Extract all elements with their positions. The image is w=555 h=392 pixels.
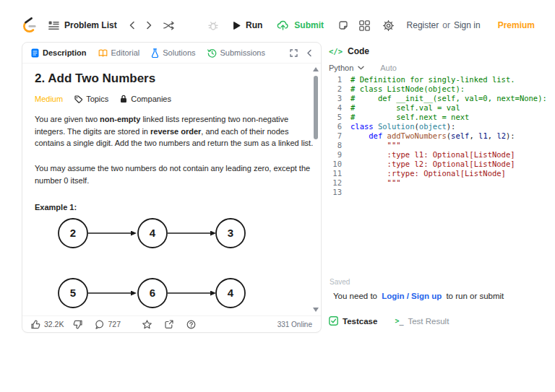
code-panel-header: </> Code: [329, 46, 369, 56]
cloud-upload-icon: [277, 20, 289, 30]
tag-row: Medium Topics Companies: [35, 95, 171, 103]
code-line[interactable]: 6class Solution(object):: [329, 122, 551, 131]
expand-icon[interactable]: [290, 49, 298, 57]
or-label: or: [442, 20, 450, 30]
tag-icon: [74, 95, 82, 103]
list1-node-value: 3: [228, 227, 233, 239]
problem-list-icon: [48, 20, 59, 30]
problem-content: 2. Add Two Numbers Medium Topics: [22, 63, 321, 316]
nav-left: Problem List: [22, 17, 185, 34]
login-prompt: You need to Login / Sign up to run or su…: [333, 292, 504, 300]
code-line[interactable]: 1# Definition for singly-linked list.: [329, 75, 551, 84]
debug-icon[interactable]: [208, 20, 218, 30]
favorite-star-button[interactable]: [142, 320, 152, 329]
scroll-down-arrow[interactable]: [313, 308, 319, 312]
register-link[interactable]: Register: [407, 20, 439, 30]
tab-description[interactable]: Description: [31, 48, 87, 58]
code-line[interactable]: 7 def addTwoNumbers(self, l1, l2):: [329, 131, 551, 141]
submit-button[interactable]: Submit: [277, 20, 324, 30]
login-signup-link[interactable]: Login / Sign up: [382, 292, 442, 300]
problem-footer: 32.2K 727: [22, 315, 321, 332]
code-line[interactable]: 2# class ListNode(object):: [329, 84, 551, 94]
saved-status: Saved: [330, 278, 350, 286]
history-icon: [207, 48, 217, 58]
run-button[interactable]: Run: [233, 20, 262, 30]
play-icon: [233, 21, 241, 30]
run-label: Run: [246, 20, 262, 30]
comment-count: 727: [108, 320, 121, 328]
check-square-icon: [329, 316, 338, 326]
list2-node-value: 4: [228, 287, 234, 299]
layout-grid-icon[interactable]: [359, 20, 370, 31]
help-circle-icon: [186, 320, 196, 329]
list1-node-value: 2: [70, 227, 76, 239]
tab-editorial[interactable]: Editorial: [98, 48, 140, 57]
code-line[interactable]: 3# def __init__(self, val=0, next=None):: [329, 94, 551, 103]
linked-list-diagram: 2 4 3 5 6 4: [34, 213, 251, 315]
problem-title: 2. Add Two Numbers: [35, 71, 155, 86]
problem-list-label: Problem List: [64, 20, 117, 30]
list1-node-value: 4: [150, 227, 156, 239]
lock-icon: [120, 95, 127, 103]
code-line[interactable]: 8 """: [329, 141, 551, 150]
code-line[interactable]: 4# self.val = val: [329, 103, 551, 113]
auto-button[interactable]: Auto: [380, 64, 397, 72]
online-count: 331 Online: [278, 321, 312, 328]
description-tabbar: Description Editorial Solutions: [22, 43, 321, 64]
thumbs-down-icon: [73, 320, 82, 329]
console-tabs: Testcase >_ Test Result: [329, 316, 449, 326]
code-line[interactable]: 9 :type l1: Optional[ListNode]: [329, 150, 551, 160]
top-nav: Problem List Run: [22, 14, 535, 36]
code-panel: </> Code Python Auto 1# Definition for s…: [329, 42, 551, 331]
sign-in-link[interactable]: Sign in: [454, 20, 481, 30]
language-select[interactable]: Python: [329, 64, 364, 72]
list2-node-value: 5: [70, 287, 76, 299]
terminal-icon: >_: [395, 317, 403, 325]
example1-label: Example 1:: [35, 203, 77, 212]
next-problem-button[interactable]: [146, 21, 152, 30]
chevron-down-icon: [358, 66, 364, 70]
tab-test-result[interactable]: >_ Test Result: [395, 317, 449, 326]
code-line[interactable]: 5# self.next = next: [329, 113, 551, 122]
code-line[interactable]: 13: [329, 188, 551, 197]
nav-right: Register or Sign in Premium: [359, 20, 535, 31]
comments-button[interactable]: 727: [95, 320, 121, 329]
companies-button[interactable]: Companies: [120, 95, 171, 103]
collapse-panel-icon[interactable]: [306, 49, 312, 57]
settings-gear-icon[interactable]: [383, 20, 394, 31]
description-panel: Description Editorial Solutions: [22, 42, 322, 333]
feedback-button[interactable]: [186, 320, 196, 329]
scrollbar-thumb[interactable]: [314, 76, 318, 139]
share-button[interactable]: [165, 320, 173, 328]
flask-icon: [151, 48, 159, 58]
document-icon: [31, 48, 39, 58]
problem-list-button[interactable]: Problem List: [48, 20, 117, 30]
code-editor[interactable]: 1# Definition for singly-linked list.2# …: [329, 75, 551, 197]
dislike-button[interactable]: [73, 320, 82, 329]
topics-button[interactable]: Topics: [74, 95, 108, 103]
leetcode-logo-icon[interactable]: [22, 17, 37, 34]
code-line[interactable]: 10 :type l2: Optional[ListNode]: [329, 160, 551, 169]
premium-link[interactable]: Premium: [498, 20, 535, 30]
like-button[interactable]: 32.2K: [31, 320, 64, 329]
code-line[interactable]: 12 """: [329, 178, 551, 188]
code-line[interactable]: 11 :rtype: Optional[ListNode]: [329, 169, 551, 178]
problem-note: You may assume the two numbers do not co…: [35, 162, 315, 186]
shuffle-icon[interactable]: [163, 21, 174, 30]
notes-icon[interactable]: [338, 20, 348, 30]
tab-solutions[interactable]: Solutions: [151, 48, 195, 58]
editor-toolbar: Python Auto: [329, 64, 397, 72]
prev-problem-button[interactable]: [129, 21, 135, 30]
code-panel-title: Code: [348, 46, 369, 56]
problem-statement: You are given two non-empty linked lists…: [35, 113, 315, 149]
list2-node-value: 6: [150, 287, 155, 299]
tab-submissions[interactable]: Submissions: [207, 48, 265, 58]
difficulty-badge[interactable]: Medium: [35, 95, 63, 103]
like-count: 32.2K: [44, 320, 64, 328]
book-icon: [98, 49, 108, 57]
star-icon: [142, 320, 152, 329]
scrollbar: [312, 66, 319, 313]
panel-actions: [290, 49, 312, 57]
tab-testcase[interactable]: Testcase: [329, 316, 377, 326]
scroll-up-arrow[interactable]: [313, 67, 319, 71]
